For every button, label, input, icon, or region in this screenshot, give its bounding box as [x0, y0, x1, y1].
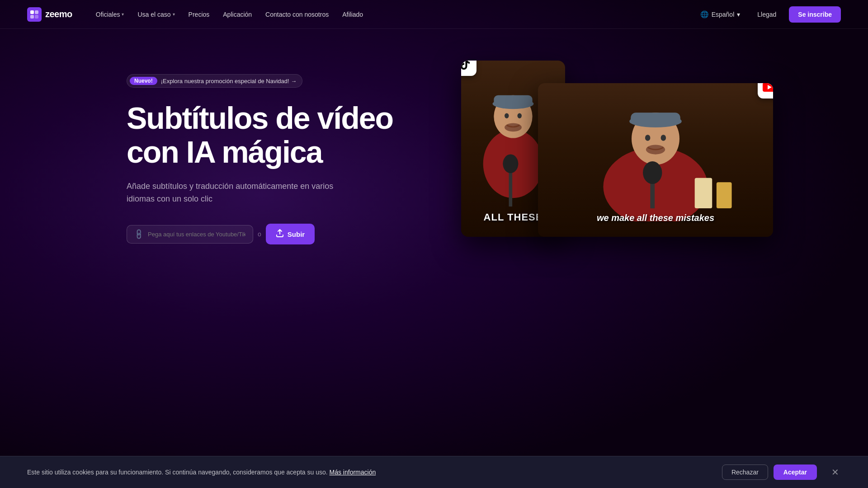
- cookie-more-info-link[interactable]: Más información: [330, 469, 376, 476]
- svg-point-9: [503, 154, 518, 173]
- svg-point-11: [517, 113, 521, 118]
- promo-badge[interactable]: Nuevo! ¡Explora nuestra promoción especi…: [127, 74, 302, 88]
- reject-cookies-button[interactable]: Rechazar: [722, 465, 768, 480]
- svg-rect-3: [35, 15, 38, 19]
- cookie-text: Este sitio utiliza cookies para su funci…: [27, 469, 376, 476]
- tiktok-logo: [461, 61, 476, 76]
- llegad-button[interactable]: Llegad: [752, 8, 782, 21]
- nav-contacto[interactable]: Contacto con nosotros: [260, 8, 334, 21]
- nav-aplicacion[interactable]: Aplicación: [217, 8, 257, 21]
- svg-rect-2: [30, 15, 34, 19]
- logo-icon: [27, 7, 42, 22]
- svg-rect-24: [717, 182, 732, 208]
- tiktok-subtitle: ALL THESE: [484, 211, 543, 223]
- svg-rect-0: [30, 10, 34, 14]
- youtube-logo: [758, 83, 773, 99]
- upload-button[interactable]: Subir: [266, 224, 315, 244]
- nav-left: zeemo Oficiales ▾ Usa el caso ▾ Precios …: [27, 7, 368, 22]
- signup-button[interactable]: Se inscribe: [789, 6, 841, 23]
- hero-right: ○ ♥ 💬 ALL THESE: [425, 61, 741, 250]
- or-separator: o: [258, 230, 261, 238]
- url-input-wrapper: 🔗: [127, 225, 253, 244]
- nav-precios[interactable]: Precios: [183, 8, 215, 21]
- svg-rect-1: [35, 10, 38, 14]
- svg-point-19: [643, 161, 662, 184]
- hero-section: Nuevo! ¡Explora nuestra promoción especi…: [0, 29, 868, 250]
- logo[interactable]: zeemo: [27, 7, 72, 22]
- svg-point-21: [661, 135, 666, 141]
- globe-icon: 🌐: [700, 10, 709, 19]
- hero-left: Nuevo! ¡Explora nuestra promoción especi…: [127, 65, 398, 244]
- chevron-icon: ▾: [737, 11, 740, 18]
- close-cookie-banner-button[interactable]: ✕: [830, 465, 841, 479]
- nav-oficiales[interactable]: Oficiales ▾: [90, 8, 130, 21]
- hero-title: Subtítulos de vídeo con IA mágica: [127, 101, 398, 169]
- youtube-subtitle: we make all these mistakes: [597, 213, 714, 223]
- logo-text: zeemo: [45, 9, 72, 19]
- upload-icon: [276, 229, 284, 239]
- svg-point-12: [505, 123, 522, 131]
- link-icon: 🔗: [132, 228, 145, 240]
- svg-point-10: [505, 113, 509, 118]
- cookie-banner: Este sitio utiliza cookies para su funci…: [0, 456, 868, 488]
- svg-rect-8: [509, 172, 513, 206]
- chevron-icon: ▾: [122, 12, 124, 17]
- svg-rect-23: [695, 178, 712, 208]
- youtube-video-card: we make all these mistakes: [538, 83, 773, 237]
- url-input-row: 🔗 o Subir: [127, 224, 398, 244]
- svg-rect-7: [494, 95, 532, 106]
- cookie-actions: Rechazar Aceptar ✕: [722, 465, 841, 480]
- language-selector[interactable]: 🌐 Español ▾: [696, 8, 745, 21]
- chevron-icon: ▾: [173, 12, 175, 17]
- nav-afiliado[interactable]: Afiliado: [337, 8, 368, 21]
- promo-badge-text: ¡Explora nuestra promoción especial de N…: [161, 78, 297, 84]
- svg-point-22: [646, 145, 665, 154]
- hero-subtitle: Añade subtítulos y traducción automática…: [127, 180, 344, 206]
- svg-rect-17: [631, 113, 680, 125]
- url-input[interactable]: [148, 231, 245, 238]
- svg-point-20: [645, 135, 651, 141]
- accept-cookies-button[interactable]: Aceptar: [774, 465, 817, 480]
- nav-right: 🌐 Español ▾ Llegad Se inscribe: [696, 6, 841, 23]
- navbar: zeemo Oficiales ▾ Usa el caso ▾ Precios …: [0, 0, 868, 29]
- nav-usa-el-caso[interactable]: Usa el caso ▾: [132, 8, 180, 21]
- promo-badge-new-label: Nuevo!: [130, 77, 157, 85]
- nav-links: Oficiales ▾ Usa el caso ▾ Precios Aplica…: [90, 8, 368, 21]
